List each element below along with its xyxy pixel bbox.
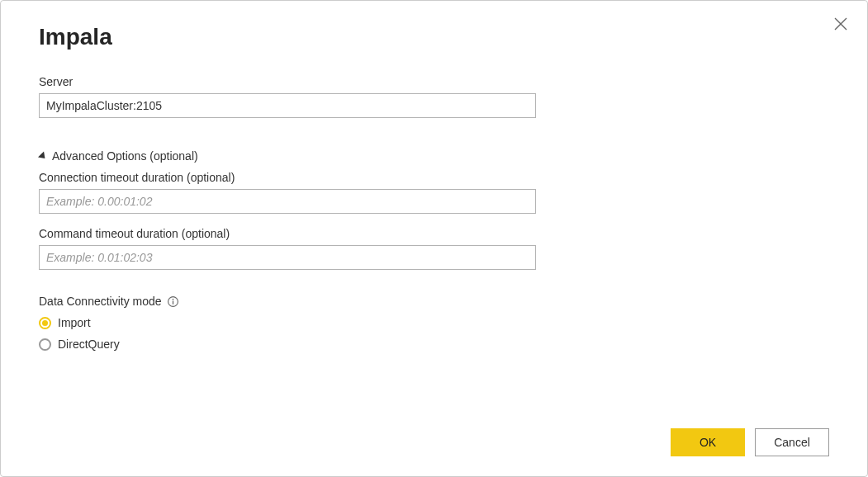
connection-timeout-group: Connection timeout duration (optional) <box>39 171 536 214</box>
dialog-buttons: OK Cancel <box>671 428 829 456</box>
server-field-group: Server <box>39 75 536 118</box>
data-connectivity-label: Data Connectivity mode <box>39 295 162 308</box>
expand-icon <box>38 151 48 161</box>
ok-button[interactable]: OK <box>671 428 745 456</box>
info-icon[interactable] <box>167 295 179 308</box>
svg-rect-4 <box>172 300 173 304</box>
impala-connector-dialog: Impala Server Advanced Options (optional… <box>0 0 868 477</box>
radio-label-import: Import <box>58 316 91 329</box>
dialog-title: Impala <box>39 24 829 50</box>
close-button[interactable] <box>832 16 849 32</box>
radio-option-import[interactable]: Import <box>39 316 536 329</box>
command-timeout-group: Command timeout duration (optional) <box>39 227 536 270</box>
svg-point-3 <box>172 298 173 300</box>
close-icon <box>832 21 849 35</box>
connection-timeout-label: Connection timeout duration (optional) <box>39 171 536 184</box>
command-timeout-label: Command timeout duration (optional) <box>39 227 536 240</box>
data-connectivity-group: Data Connectivity mode Import <box>39 295 536 351</box>
command-timeout-input[interactable] <box>39 245 536 270</box>
server-label: Server <box>39 75 536 88</box>
cancel-button[interactable]: Cancel <box>755 428 829 456</box>
radio-icon <box>39 338 51 351</box>
advanced-options-label: Advanced Options (optional) <box>52 149 198 163</box>
radio-label-directquery: DirectQuery <box>58 338 120 351</box>
advanced-options-toggle[interactable]: Advanced Options (optional) <box>39 149 536 163</box>
radio-option-directquery[interactable]: DirectQuery <box>39 338 536 351</box>
connection-timeout-input[interactable] <box>39 189 536 214</box>
server-input[interactable] <box>39 93 536 118</box>
radio-icon <box>39 317 51 329</box>
